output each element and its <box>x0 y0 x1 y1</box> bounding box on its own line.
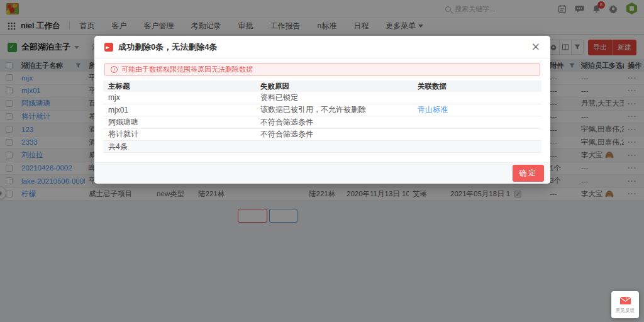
delete-result-icon <box>104 43 113 52</box>
modal-row-reason: 资料已锁定 <box>260 92 418 103</box>
modal-header-related: 关联数据 <box>418 82 541 91</box>
modal-row-title: 阿娥瑭瑭 <box>103 117 260 128</box>
modal-title: 成功删除0条，无法删除4条 <box>118 42 217 53</box>
modal-row-reason: 不符合筛选条件 <box>260 129 418 140</box>
related-data-link[interactable]: 青山标准 <box>418 105 448 114</box>
modal-footer: 确定 <box>94 162 550 184</box>
modal-table-header: 主标题 失败原因 关联数据 <box>103 80 541 92</box>
modal-table-row: 阿娥瑭瑭不符合筛选条件 <box>103 116 541 129</box>
modal-table-row: mjx资料已锁定 <box>103 92 541 104</box>
feedback-widget[interactable]: 意见反馈 <box>611 291 639 318</box>
alert-info-icon: ! <box>111 66 118 73</box>
modal-row-reason: 不符合筛选条件 <box>260 117 418 128</box>
modal-alert: ! 可能由于数据权限范围等原因无法删除数据 <box>104 63 540 76</box>
modal-table-row: 将计就计不符合筛选条件 <box>103 129 541 142</box>
modal-row-title: 将计就计 <box>103 129 260 140</box>
modal-row-reason: 该数据已被引用，不允许被删除 <box>260 104 418 115</box>
modal-table-row: mjx01该数据已被引用，不允许被删除青山标准 <box>103 104 541 117</box>
modal-close-icon[interactable]: × <box>531 42 540 52</box>
modal-row-related: 青山标准 <box>418 104 541 115</box>
modal-total-row: 共4条 <box>103 141 541 153</box>
confirm-button[interactable]: 确定 <box>513 165 544 182</box>
feedback-label: 意见反馈 <box>616 307 635 313</box>
modal-table-body: mjx资料已锁定mjx01该数据已被引用，不允许被删除青山标准阿娥瑭瑭不符合筛选… <box>103 92 541 141</box>
alert-text: 可能由于数据权限范围等原因无法删除数据 <box>121 65 253 74</box>
modal-row-title: mjx01 <box>103 106 260 114</box>
modal-row-title: mjx <box>103 93 260 102</box>
modal-header-reason: 失败原因 <box>260 82 418 91</box>
modal-table: 主标题 失败原因 关联数据 mjx资料已锁定mjx01该数据已被引用，不允许被删… <box>103 80 541 153</box>
modal-header: 成功删除0条，无法删除4条 × <box>94 36 550 58</box>
modal-header-title: 主标题 <box>103 82 260 91</box>
feedback-envelope-icon <box>619 296 631 305</box>
delete-result-modal: 成功删除0条，无法删除4条 × ! 可能由于数据权限范围等原因无法删除数据 主标… <box>94 36 550 184</box>
